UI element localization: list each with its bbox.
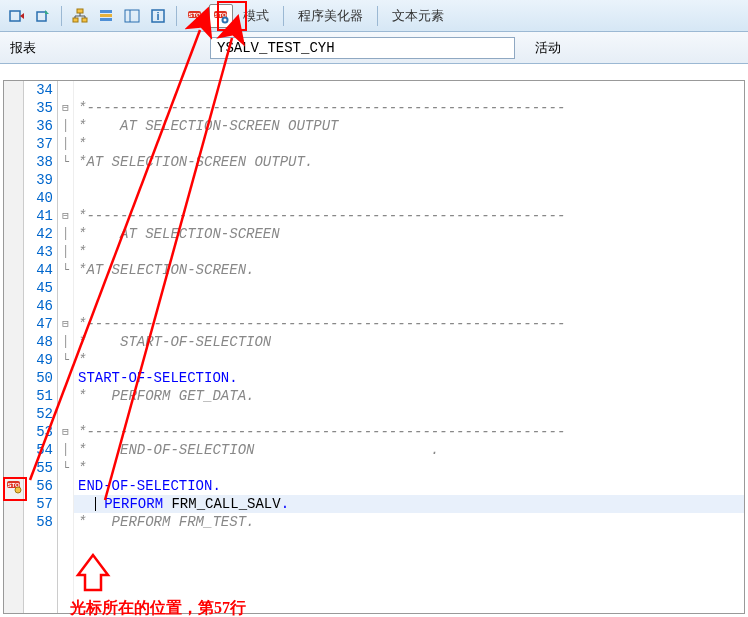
fold-marker[interactable]: └	[58, 153, 73, 171]
svg-rect-6	[100, 14, 112, 17]
toolbar-button-2[interactable]	[31, 4, 55, 28]
code-line[interactable]: PERFORM FRM_CALL_SALV.	[74, 495, 744, 513]
fold-marker[interactable]: └	[58, 351, 73, 369]
code-line[interactable]	[74, 171, 744, 189]
svg-rect-4	[82, 18, 87, 22]
code-line[interactable]: *AT SELECTION-SCREEN OUTPUT.	[74, 153, 744, 171]
fold-marker[interactable]: ⊟	[58, 423, 73, 441]
line-number: 46	[24, 297, 57, 315]
code-line[interactable]: *	[74, 459, 744, 477]
line-number: 41	[24, 207, 57, 225]
fold-marker[interactable]: │	[58, 117, 73, 135]
fold-marker	[58, 189, 73, 207]
breakpoint-marker-icon[interactable]: STO	[6, 478, 22, 494]
toolbar-separator	[61, 6, 62, 26]
code-line[interactable]: *---------------------------------------…	[74, 423, 744, 441]
code-line[interactable]	[74, 189, 744, 207]
fold-marker[interactable]: │	[58, 225, 73, 243]
fold-marker	[58, 387, 73, 405]
code-line[interactable]: *	[74, 243, 744, 261]
stack-icon[interactable]	[94, 4, 118, 28]
fold-marker[interactable]: ⊟	[58, 315, 73, 333]
fold-marker[interactable]: ⊟	[58, 207, 73, 225]
line-number: 44	[24, 261, 57, 279]
report-name-input[interactable]	[210, 37, 515, 59]
code-line[interactable]: * PERFORM GET_DATA.	[74, 387, 744, 405]
svg-point-18	[224, 18, 227, 21]
toolbar-separator	[176, 6, 177, 26]
code-area[interactable]: *---------------------------------------…	[74, 81, 744, 613]
svg-rect-7	[100, 18, 112, 21]
status-label: 活动	[535, 39, 561, 57]
breakpoint-toggle-icon[interactable]: STO	[209, 4, 233, 28]
svg-rect-0	[10, 11, 20, 21]
fold-marker	[58, 405, 73, 423]
fold-marker[interactable]: │	[58, 135, 73, 153]
fold-marker	[58, 81, 73, 99]
code-line[interactable]: END-OF-SELECTION.	[74, 477, 744, 495]
line-number: 50	[24, 369, 57, 387]
line-number: 48	[24, 333, 57, 351]
breakpoint-set-icon[interactable]: STO	[183, 4, 207, 28]
info-icon[interactable]: i	[146, 4, 170, 28]
report-header: 报表 活动	[0, 32, 748, 64]
code-line[interactable]: *	[74, 351, 744, 369]
svg-text:i: i	[156, 10, 159, 22]
pretty-printer-menu[interactable]: 程序美化器	[290, 7, 371, 25]
text-elements-menu[interactable]: 文本元素	[384, 7, 452, 25]
code-line[interactable]: * START-OF-SELECTION	[74, 333, 744, 351]
line-number: 55	[24, 459, 57, 477]
fold-marker[interactable]: │	[58, 441, 73, 459]
fold-gutter[interactable]: ⊟││└⊟││└⊟│└⊟│└	[58, 81, 74, 613]
breakpoint-gutter[interactable]: STO	[4, 81, 24, 613]
line-number: 34	[24, 81, 57, 99]
fold-marker	[58, 369, 73, 387]
code-line[interactable]	[74, 279, 744, 297]
code-line[interactable]: *	[74, 135, 744, 153]
layout-icon[interactable]	[120, 4, 144, 28]
svg-rect-1	[37, 12, 46, 21]
line-number: 57	[24, 495, 57, 513]
line-number: 40	[24, 189, 57, 207]
code-line[interactable]	[74, 297, 744, 315]
fold-marker[interactable]: │	[58, 243, 73, 261]
line-number: 38	[24, 153, 57, 171]
mode-menu[interactable]: 模式	[235, 7, 277, 25]
line-number: 37	[24, 135, 57, 153]
svg-rect-2	[77, 9, 83, 13]
fold-marker	[58, 495, 73, 513]
code-line[interactable]: START-OF-SELECTION.	[74, 369, 744, 387]
code-line[interactable]: *AT SELECTION-SCREEN.	[74, 261, 744, 279]
fold-marker[interactable]: └	[58, 459, 73, 477]
line-number: 54	[24, 441, 57, 459]
fold-marker	[58, 171, 73, 189]
code-line[interactable]: * AT SELECTION-SCREEN OUTPUT	[74, 117, 744, 135]
fold-marker	[58, 477, 73, 495]
line-number: 53	[24, 423, 57, 441]
toolbar-button-1[interactable]	[5, 4, 29, 28]
code-line[interactable]: * PERFORM FRM_TEST.	[74, 513, 744, 531]
line-number: 58	[24, 513, 57, 531]
toolbar-separator	[377, 6, 378, 26]
code-line[interactable]: *---------------------------------------…	[74, 315, 744, 333]
line-number: 43	[24, 243, 57, 261]
main-toolbar: i STO STO 模式 程序美化器 文本元素	[0, 0, 748, 32]
svg-rect-8	[125, 10, 139, 22]
line-number: 39	[24, 171, 57, 189]
line-number-gutter: 3435363738394041424344454647484950515253…	[24, 81, 58, 613]
code-line[interactable]	[74, 405, 744, 423]
code-line[interactable]	[74, 81, 744, 99]
fold-marker[interactable]: └	[58, 261, 73, 279]
svg-point-14	[196, 17, 202, 23]
hierarchy-icon[interactable]	[68, 4, 92, 28]
code-line[interactable]: *---------------------------------------…	[74, 207, 744, 225]
line-number: 47	[24, 315, 57, 333]
code-line[interactable]: *---------------------------------------…	[74, 99, 744, 117]
fold-marker[interactable]: │	[58, 333, 73, 351]
code-line[interactable]: * END-OF-SELECTION .	[74, 441, 744, 459]
code-line[interactable]: * AT SELECTION-SCREEN	[74, 225, 744, 243]
svg-point-21	[15, 487, 21, 493]
fold-marker	[58, 279, 73, 297]
fold-marker[interactable]: ⊟	[58, 99, 73, 117]
svg-rect-5	[100, 10, 112, 13]
